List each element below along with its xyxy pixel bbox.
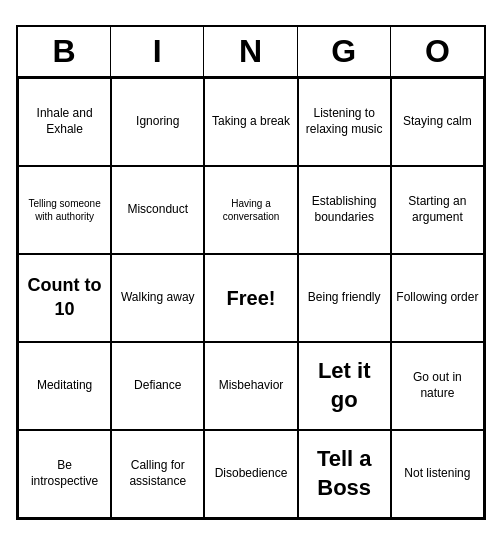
bingo-cell-3: Listening to relaxing music — [298, 78, 391, 166]
bingo-letter-n: N — [204, 27, 297, 76]
bingo-cell-13: Being friendly — [298, 254, 391, 342]
bingo-cell-17: Misbehavior — [204, 342, 297, 430]
bingo-cell-21: Calling for assistance — [111, 430, 204, 518]
bingo-cell-19: Go out in nature — [391, 342, 484, 430]
bingo-header: BINGO — [18, 27, 484, 78]
bingo-cell-15: Meditating — [18, 342, 111, 430]
bingo-cell-4: Staying calm — [391, 78, 484, 166]
bingo-cell-23: Tell a Boss — [298, 430, 391, 518]
bingo-cell-9: Starting an argument — [391, 166, 484, 254]
bingo-cell-1: Ignoring — [111, 78, 204, 166]
bingo-cell-8: Establishing boundaries — [298, 166, 391, 254]
bingo-cell-20: Be introspective — [18, 430, 111, 518]
bingo-cell-11: Walking away — [111, 254, 204, 342]
bingo-grid: Inhale and ExhaleIgnoringTaking a breakL… — [18, 78, 484, 518]
bingo-letter-b: B — [18, 27, 111, 76]
bingo-cell-16: Defiance — [111, 342, 204, 430]
bingo-cell-7: Having a conversation — [204, 166, 297, 254]
bingo-cell-14: Following order — [391, 254, 484, 342]
bingo-letter-i: I — [111, 27, 204, 76]
bingo-card: BINGO Inhale and ExhaleIgnoringTaking a … — [16, 25, 486, 520]
bingo-cell-18: Let it go — [298, 342, 391, 430]
bingo-cell-0: Inhale and Exhale — [18, 78, 111, 166]
bingo-cell-24: Not listening — [391, 430, 484, 518]
bingo-cell-2: Taking a break — [204, 78, 297, 166]
bingo-cell-10: Count to 10 — [18, 254, 111, 342]
bingo-cell-22: Disobedience — [204, 430, 297, 518]
bingo-letter-g: G — [298, 27, 391, 76]
bingo-letter-o: O — [391, 27, 484, 76]
bingo-cell-6: Misconduct — [111, 166, 204, 254]
bingo-cell-5: Telling someone with authority — [18, 166, 111, 254]
bingo-cell-12: Free! — [204, 254, 297, 342]
